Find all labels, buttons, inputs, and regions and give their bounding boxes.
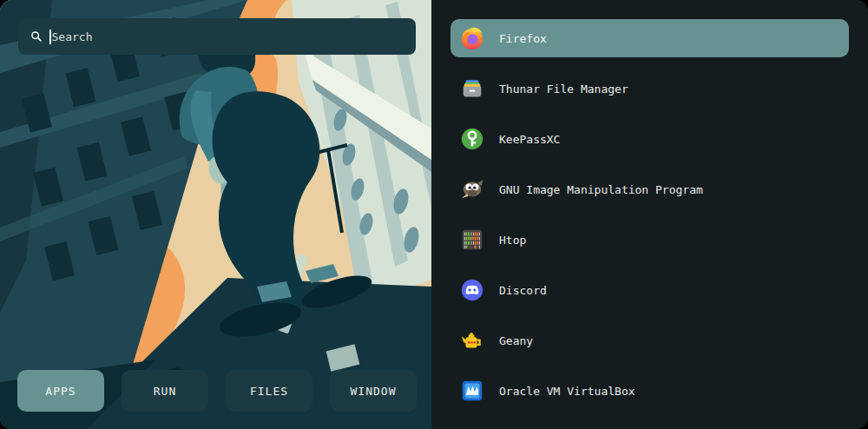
text-caret — [49, 30, 51, 44]
virtualbox-icon — [459, 378, 485, 404]
app-label: Thunar File Manager — [499, 82, 628, 96]
app-label: Oracle VM VirtualBox — [499, 385, 635, 398]
geany-icon — [459, 327, 485, 353]
search-bar[interactable]: Search — [18, 18, 416, 55]
app-row-geany[interactable]: Geany — [450, 321, 849, 360]
app-label: Geany — [499, 334, 533, 347]
app-label: KeePassXC — [499, 133, 560, 146]
tab-run[interactable]: RUN — [122, 370, 208, 412]
launcher-window: Search APPS RUN FILES WINDOW — [0, 0, 868, 429]
tab-window[interactable]: WINDOW — [330, 370, 417, 412]
app-row-discord[interactable]: Discord — [450, 271, 849, 309]
wallpaper-panel: Search APPS RUN FILES WINDOW — [0, 0, 431, 429]
app-label: Htop — [499, 234, 526, 247]
wallpaper-illustration — [0, 0, 431, 429]
gimp-icon — [459, 176, 485, 202]
app-label: Firefox — [499, 32, 547, 45]
mode-tabs: APPS RUN FILES WINDOW — [17, 370, 417, 412]
htop-icon — [459, 227, 485, 253]
keepassxc-icon — [459, 126, 485, 152]
firefox-icon — [459, 25, 485, 51]
app-row-virtualbox[interactable]: Oracle VM VirtualBox — [450, 372, 849, 410]
tab-apps[interactable]: APPS — [17, 370, 104, 412]
app-label: GNU Image Manipulation Program — [499, 183, 703, 196]
app-row-thunar[interactable]: Thunar File Manager — [450, 69, 849, 108]
search-icon — [30, 30, 43, 43]
discord-icon — [459, 277, 485, 303]
app-row-firefox[interactable]: Firefox — [450, 19, 849, 57]
thunar-icon — [459, 76, 485, 102]
search-input[interactable]: Search — [52, 30, 93, 43]
app-label: Discord — [499, 284, 547, 297]
tab-files[interactable]: FILES — [226, 370, 312, 412]
app-row-htop[interactable]: Htop — [450, 221, 849, 259]
app-row-keepassxc[interactable]: KeePassXC — [450, 120, 849, 158]
app-list: Firefox Thunar File Manager — [431, 0, 868, 429]
app-row-gimp[interactable]: GNU Image Manipulation Program — [450, 170, 849, 208]
